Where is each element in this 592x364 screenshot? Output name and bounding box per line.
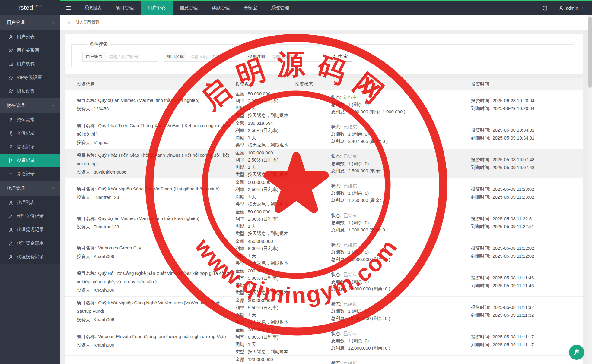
table-row[interactable]: 项目名称:Quỹ Khởi Nguồn Sáng Tạo VinSmart (H… <box>65 178 583 208</box>
expire-time-value: 2025-05-09 19:34:01 <box>492 135 534 140</box>
table-row[interactable]: 项目名称:Quỹ Khởi Nghiệp Công Nghệ VinVentur… <box>65 297 583 326</box>
sidebar-item-2[interactable]: 用户关系网 <box>0 44 60 57</box>
status-badge: 已结束 <box>343 301 357 306</box>
sidebar-item-13[interactable]: 代理列表 <box>0 196 60 209</box>
rate-value: 2.50% (日利率) <box>248 187 278 192</box>
col-invest-data: 金额:50.000.000 利率:2.00% (日利率) 周期:1 天 类型:按… <box>235 208 331 237</box>
invest-time-value: 2025-05-08 11:11:17 <box>492 334 534 339</box>
sidebar-item-11[interactable]: 兑换记录 <box>0 167 60 181</box>
search-button[interactable]: 搜 索 <box>327 52 352 62</box>
col-invest-status: 状态:已结束 总期数:1 (剩余: 0) 总利息:1.000.000 (剩余: … <box>331 212 471 234</box>
sidebar-item-14[interactable]: 代理充值记录 <box>0 209 60 223</box>
sidebar-item-10[interactable]: 投资记录 <box>0 154 60 167</box>
nav-tab-6[interactable]: 系统管理 <box>264 1 296 15</box>
nav-tab-0[interactable]: 系统报表 <box>77 1 109 15</box>
cycle-value: 1 天 <box>248 283 256 288</box>
col-invest-status: 状态:已结束 总期数:1 (剩余: 0) 总利息:16.500.000 (剩余:… <box>331 300 471 322</box>
periods-value: 1 (剩余: 0) <box>348 131 369 136</box>
periods-value: 1 (剩余: 0) <box>348 161 369 166</box>
sidebar-footer-area <box>0 264 60 364</box>
hamburger-icon <box>66 5 71 11</box>
col-invest-info: 项目名称:Vinpearl Elevate Fund (Nâng tầm thư… <box>77 332 235 349</box>
sidebar-group-6[interactable]: 财务管理 <box>0 98 60 113</box>
admin-username: admin <box>566 5 578 11</box>
table-row[interactable]: 项目名称:Quỹ dự án Vinmec (Mãi mãi tinh thần… <box>65 90 583 119</box>
user-icon <box>559 6 564 11</box>
col-invest-data: 金额:200.000.000 利率:6.00% (日利率) 周期:1 天 类型:… <box>235 326 331 355</box>
page-scrollbar[interactable] <box>588 15 592 364</box>
project-name: Quỹ dự án Vinmec (Mãi mãi tinh thần khởi… <box>98 216 199 221</box>
invest-time-input[interactable] <box>268 52 320 62</box>
col-invest-info: 项目名称:Quỹ Phát Triển Giao Thông Xanh VinB… <box>77 151 235 176</box>
table-row[interactable]: 项目名称:Quỹ Hỗ Trợ Công Nghệ Sản Xuất VinFa… <box>65 267 583 297</box>
nav-tab-2[interactable]: 用户中心 <box>141 1 173 15</box>
app-logo-text: rsted <box>18 4 33 11</box>
investor-name: Khanh006 <box>94 317 114 322</box>
interest-value: 16.500.000 (剩余: 0 ) <box>348 316 390 321</box>
status-badge: 已结束 <box>343 154 357 159</box>
sidebar-item-17[interactable]: 代理投资记录 <box>0 250 60 264</box>
breadcrumb: » 已投项目管理 <box>60 15 588 30</box>
nav-tab-4[interactable]: 奖励管理 <box>205 1 237 15</box>
investor-name: 123456 <box>94 106 109 111</box>
sidebar-toggle-button[interactable] <box>60 1 77 15</box>
notification-fab-button[interactable] <box>569 345 584 360</box>
table-row[interactable]: 项目名称:Quỹ dự án Vinmec (Mãi mãi tinh thần… <box>65 356 583 364</box>
expire-time-value: 2025-06-29 10:20:04 <box>492 106 534 111</box>
cycle-value: 1 天 <box>248 312 256 317</box>
col-invest-time: 投资时间:2025-05-08 11:11:17 到期时间:2025-05-09… <box>471 333 583 349</box>
investor-name: Vinghia <box>94 140 109 145</box>
sidebar-item-1[interactable]: 用户列表 <box>0 30 60 44</box>
col-invest-info: 项目名称:Quỹ Hỗ Trợ Công Nghệ Sản Xuất VinFa… <box>77 269 235 294</box>
col-invest-info: 项目名称:Quỹ Phát Triển Giao Thông Xanh VinB… <box>77 121 235 147</box>
status-badge: 已结束 <box>343 360 357 364</box>
nav-tab-3[interactable]: 信息管理 <box>173 1 205 15</box>
user-account-input[interactable] <box>106 52 158 62</box>
table-row[interactable]: 项目名称:Quỹ Phát Triển Giao Thông Xanh VinB… <box>65 119 583 149</box>
admin-menu[interactable]: admin <box>553 5 592 11</box>
sidebar-item-7[interactable]: 资金流水 <box>0 113 60 127</box>
status-badge: 已结束 <box>343 331 357 336</box>
table-row[interactable]: 项目名称:Vinhomes Green City 投资人:Khanh006 金额… <box>65 237 583 267</box>
periods-value: 1 (剩余: 0) <box>348 220 369 225</box>
project-name: Quỹ dự án Vinmec (Mãi mãi tinh thần khởi… <box>98 98 199 103</box>
sidebar-item-8[interactable]: 充值记录 <box>0 127 60 140</box>
table-row[interactable]: 项目名称:Quỹ dự án Vinmec (Mãi mãi tinh thần… <box>65 208 583 237</box>
col-invest-data: 金额:50.000.000 利率:2.50% (日利率) 周期:1 天 类型:按… <box>235 179 331 208</box>
refresh-button[interactable] <box>537 1 553 15</box>
person-icon <box>8 228 13 232</box>
sidebar-group-12[interactable]: 代理管理 <box>0 181 60 196</box>
table-row[interactable]: 项目名称:Quỹ Phát Triển Giao Thông Xanh VinB… <box>65 149 583 178</box>
table-header: 投资信息 投资数据 投资状态 投资时间 <box>65 78 583 90</box>
sidebar-item-15[interactable]: 代理提现记录 <box>0 223 60 237</box>
col-invest-status: 状态:已结束 总期数:1 (剩余: 0) 总利息:2.460.000 (剩余: … <box>331 359 471 364</box>
col-invest-status: 状态:已结束 总期数:1 (剩余: 0) 总利息:10.000.000 (剩余:… <box>331 271 471 293</box>
sidebar-item-4[interactable]: VIP等级设置 <box>0 71 60 84</box>
expire-time-value: 2025-05-09 11:11:17 <box>492 342 534 347</box>
sidebar-item-9[interactable]: 提现记录 <box>0 140 60 154</box>
col-invest-info: 项目名称:Quỹ dự án Vinmec (Mãi mãi tinh thần… <box>77 214 235 231</box>
search-fieldset: 条件搜索 用户账号 项目名称 投资时间 搜 索 <box>71 42 574 67</box>
sidebar-item-5[interactable]: 团长设置 <box>0 84 60 98</box>
chevron-up-icon <box>580 6 584 10</box>
flag-icon <box>8 158 13 163</box>
breadcrumb-arrows-icon: » <box>68 19 70 25</box>
periods-value: 1 (剩余: 0) <box>348 190 369 196</box>
periods-value: 1 (剩余: 0) <box>348 279 369 284</box>
expire-time-value: 2025-05-09 11:11:32 <box>492 312 534 318</box>
sidebar-item-3[interactable]: 用户钱包 <box>0 57 60 71</box>
project-name-input[interactable] <box>187 52 239 62</box>
sidebar-group-0[interactable]: 用户管理 <box>0 15 60 30</box>
invest-time-value: 2025-05-08 11:11:32 <box>492 305 534 310</box>
nav-tab-5[interactable]: 余额宝 <box>237 1 264 15</box>
bitcoin-icon <box>8 118 13 122</box>
nav-tab-1[interactable]: 项目管理 <box>109 1 141 15</box>
table-row[interactable]: 项目名称:Vinpearl Elevate Fund (Nâng tầm thư… <box>65 326 583 356</box>
sidebar-item-16[interactable]: 代理资金流水 <box>0 237 60 250</box>
col-invest-status: 状态:已结束 总期数:1 (剩余: 0) 总利息:3.407.965 (剩余: … <box>331 123 471 145</box>
cycle-value: 1 天 <box>248 194 256 199</box>
scrollbar-thumb[interactable] <box>588 17 592 88</box>
status-badge: 进行中 <box>343 95 357 100</box>
expire-time-value: 2025-05-09 11:23:02 <box>492 194 534 199</box>
wallet-icon <box>8 62 13 67</box>
